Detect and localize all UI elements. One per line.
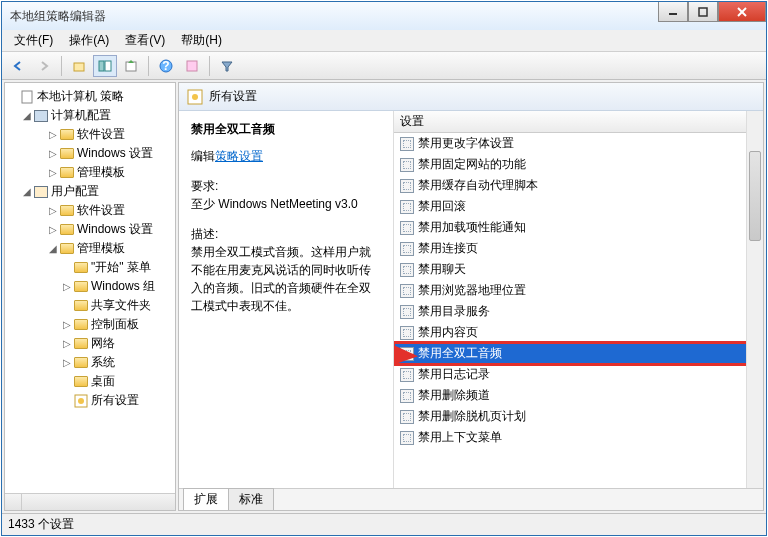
list-item[interactable]: 禁用更改字体设置 [394, 133, 763, 154]
document-icon [19, 89, 35, 105]
up-button[interactable] [67, 55, 91, 77]
list-item[interactable]: 禁用固定网站的功能 [394, 154, 763, 175]
list-item[interactable]: 禁用全双工音频 [394, 343, 763, 364]
tree-shared[interactable]: 共享文件夹 [59, 296, 175, 315]
svg-rect-10 [187, 61, 197, 71]
toolbar: ? [2, 52, 766, 80]
list-item[interactable]: 禁用日志记录 [394, 364, 763, 385]
tree-desktop[interactable]: 桌面 [59, 372, 175, 391]
tabs-bar: 扩展 标准 [179, 488, 763, 510]
policy-icon [400, 389, 414, 403]
svg-rect-5 [99, 61, 104, 71]
tab-standard[interactable]: 标准 [228, 488, 274, 510]
help-button[interactable]: ? [154, 55, 178, 77]
svg-rect-11 [22, 91, 32, 103]
status-bar: 1433 个设置 [2, 513, 766, 535]
show-tree-button[interactable] [93, 55, 117, 77]
policy-icon [400, 263, 414, 277]
titlebar: 本地组策略编辑器 [2, 2, 766, 30]
tree-uc-software[interactable]: ▷软件设置 [45, 201, 175, 220]
policy-icon [400, 200, 414, 214]
policy-icon [400, 431, 414, 445]
settings-icon [73, 393, 89, 409]
tree-windows-comp[interactable]: ▷Windows 组 [59, 277, 175, 296]
menu-view[interactable]: 查看(V) [119, 30, 171, 51]
list-item[interactable]: 禁用删除频道 [394, 385, 763, 406]
export-button[interactable] [119, 55, 143, 77]
description-value: 禁用全双工模式音频。这样用户就不能在用麦克风说话的同时收听传入的音频。旧式的音频… [191, 243, 381, 315]
tree-user-config[interactable]: ◢用户配置 [19, 182, 175, 201]
vertical-scrollbar[interactable] [746, 111, 763, 488]
tab-extended[interactable]: 扩展 [183, 488, 229, 510]
svg-text:?: ? [162, 59, 169, 73]
policy-icon [400, 137, 414, 151]
tree-uc-windows[interactable]: ▷Windows 设置 [45, 220, 175, 239]
detail-title: 禁用全双工音频 [191, 121, 381, 138]
policy-icon [400, 347, 414, 361]
policy-icon [400, 284, 414, 298]
tree-system[interactable]: ▷系统 [59, 353, 175, 372]
edit-policy-link[interactable]: 策略设置 [215, 149, 263, 163]
list-item[interactable]: 禁用连接页 [394, 238, 763, 259]
close-button[interactable] [718, 2, 766, 22]
list-item[interactable]: 禁用内容页 [394, 322, 763, 343]
tree-cc-windows[interactable]: ▷Windows 设置 [45, 144, 175, 163]
folder-icon [74, 338, 88, 349]
properties-button[interactable] [180, 55, 204, 77]
svg-rect-1 [699, 8, 707, 16]
maximize-button[interactable] [688, 2, 718, 22]
list-item[interactable]: 禁用缓存自动代理脚本 [394, 175, 763, 196]
folder-icon [74, 300, 88, 311]
policy-icon [400, 326, 414, 340]
tree-panel: 本地计算机 策略 ◢计算机配置 ▷软件设置 ▷Windows 设置 ▷管理模板 … [4, 82, 176, 511]
forward-button[interactable] [32, 55, 56, 77]
policy-icon [400, 368, 414, 382]
tree-root[interactable]: 本地计算机 策略 [5, 87, 175, 106]
column-header[interactable]: 设置 [394, 111, 763, 133]
description-label: 描述: [191, 225, 381, 243]
detail-panel: 禁用全双工音频 编辑策略设置 要求: 至少 Windows NetMeeting… [179, 111, 394, 488]
folder-icon [74, 262, 88, 273]
tree-network[interactable]: ▷网络 [59, 334, 175, 353]
tree-all-settings[interactable]: 所有设置 [59, 391, 175, 410]
list-item[interactable]: 禁用加载项性能通知 [394, 217, 763, 238]
settings-list: 设置 禁用更改字体设置禁用固定网站的功能禁用缓存自动代理脚本禁用回滚禁用加载项性… [394, 111, 763, 488]
folder-icon [74, 357, 88, 368]
svg-point-13 [78, 398, 84, 404]
tree-uc-admin[interactable]: ◢管理模板 [45, 239, 175, 258]
tree-start-menu[interactable]: "开始" 菜单 [59, 258, 175, 277]
policy-icon [400, 305, 414, 319]
svg-rect-6 [105, 61, 111, 71]
tree-cc-software[interactable]: ▷软件设置 [45, 125, 175, 144]
policy-icon [400, 221, 414, 235]
folder-icon [60, 129, 74, 140]
back-button[interactable] [6, 55, 30, 77]
folder-icon [60, 243, 74, 254]
list-item[interactable]: 禁用目录服务 [394, 301, 763, 322]
svg-point-15 [192, 94, 198, 100]
menu-help[interactable]: 帮助(H) [175, 30, 228, 51]
policy-icon [400, 158, 414, 172]
policy-icon [400, 179, 414, 193]
list-item[interactable]: 禁用聊天 [394, 259, 763, 280]
svg-rect-7 [126, 62, 136, 71]
menu-file[interactable]: 文件(F) [8, 30, 59, 51]
folder-icon [60, 167, 74, 178]
user-icon [33, 184, 49, 200]
list-item[interactable]: 禁用浏览器地理位置 [394, 280, 763, 301]
list-item[interactable]: 禁用上下文菜单 [394, 427, 763, 448]
folder-icon [60, 148, 74, 159]
window-title: 本地组策略编辑器 [10, 8, 106, 25]
menubar: 文件(F) 操作(A) 查看(V) 帮助(H) [2, 30, 766, 52]
tree-computer-config[interactable]: ◢计算机配置 [19, 106, 175, 125]
tree-control-panel[interactable]: ▷控制面板 [59, 315, 175, 334]
list-item[interactable]: 禁用删除脱机页计划 [394, 406, 763, 427]
tree-cc-admin[interactable]: ▷管理模板 [45, 163, 175, 182]
list-item[interactable]: 禁用回滚 [394, 196, 763, 217]
folder-icon [60, 205, 74, 216]
filter-button[interactable] [215, 55, 239, 77]
folder-icon [74, 376, 88, 387]
menu-action[interactable]: 操作(A) [63, 30, 115, 51]
status-text: 1433 个设置 [8, 516, 74, 533]
minimize-button[interactable] [658, 2, 688, 22]
